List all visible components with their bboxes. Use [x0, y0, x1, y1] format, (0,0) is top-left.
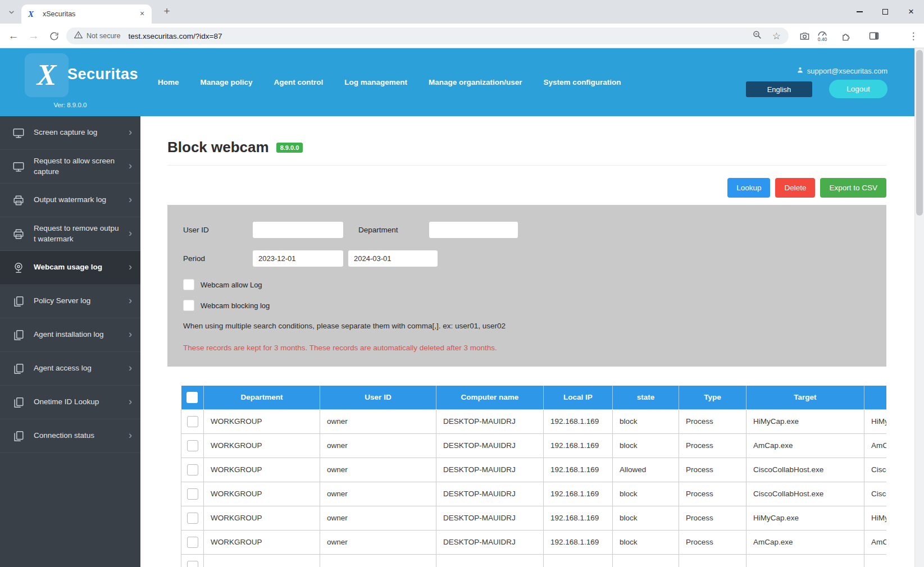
- chevron-right-icon: ›: [129, 194, 132, 205]
- cell-state: Allowed: [613, 458, 679, 482]
- row-checkbox[interactable]: [187, 513, 198, 524]
- maximize-button[interactable]: [872, 0, 898, 24]
- forward-button[interactable]: →: [27, 29, 40, 43]
- logout-button[interactable]: Logout: [829, 80, 887, 98]
- export-csv-button[interactable]: Export to CSV: [820, 178, 886, 198]
- cell-type: [679, 554, 747, 567]
- row-checkbox[interactable]: [187, 561, 198, 567]
- scrollbar-thumb[interactable]: [916, 50, 923, 216]
- cell-user-id: owner: [320, 409, 436, 433]
- nav-item-manage-organization-user[interactable]: Manage organization/user: [418, 78, 533, 86]
- lookup-button[interactable]: Lookup: [727, 178, 770, 198]
- sidebar-item-agent-access-log[interactable]: Agent access log ›: [0, 352, 140, 386]
- camera-extension-icon[interactable]: [798, 31, 811, 42]
- new-tab-button[interactable]: +: [160, 4, 174, 19]
- row-checkbox[interactable]: [187, 440, 198, 451]
- user-id-input[interactable]: [253, 222, 343, 238]
- cell-type: Process: [679, 482, 747, 506]
- webcam-icon: [11, 262, 26, 274]
- brand-logo[interactable]: X Securitas Ver: 8.9.0.0: [0, 48, 140, 116]
- select-all-header-cell: [181, 386, 204, 409]
- not-secure-label[interactable]: Not secure: [87, 32, 120, 40]
- main-area: Block webcam 8.9.0.0 Lookup Delete Expor…: [140, 139, 914, 567]
- main-nav: HomeManage policyAgent controlLog manage…: [147, 48, 632, 116]
- close-button[interactable]: ×: [898, 0, 924, 24]
- tab-search-chevron-icon[interactable]: [6, 6, 17, 17]
- table-row: [181, 554, 887, 567]
- app-version: Ver: 8.9.0.0: [0, 102, 140, 108]
- extensions-puzzle-icon[interactable]: [839, 31, 853, 42]
- period-to-input[interactable]: [348, 250, 438, 267]
- browser-tab-strip: X xSecuritas × + ×: [0, 0, 924, 24]
- table-row: WORKGROUP owner DESKTOP-MAUIDRJ 192.168.…: [181, 506, 887, 530]
- side-panel-icon[interactable]: [867, 30, 881, 42]
- sidebar-item-connection-status[interactable]: Connection status ›: [0, 419, 140, 453]
- nav-item-home[interactable]: Home: [147, 78, 190, 86]
- browser-tab[interactable]: X xSecuritas ×: [21, 4, 152, 24]
- zoom-out-magnifier-icon[interactable]: [752, 30, 762, 42]
- cell-local-ip: 192.168.1.169: [544, 530, 613, 554]
- delete-button[interactable]: Delete: [775, 178, 815, 198]
- nav-item-manage-policy[interactable]: Manage policy: [190, 78, 263, 86]
- tab-title: xSecuritas: [43, 10, 137, 18]
- account-email-link[interactable]: support@xsecuritas.com: [796, 66, 887, 75]
- cell-computer-name: DESKTOP-MAUIDRJ: [436, 409, 544, 433]
- column-header-type: Type: [679, 386, 747, 409]
- period-from-input[interactable]: [253, 250, 343, 267]
- cell-type: Process: [679, 458, 747, 482]
- sidebar-item-onetime-id-lookup[interactable]: Onetime ID Lookup ›: [0, 386, 140, 419]
- printer-icon: [11, 194, 26, 207]
- log-table: DepartmentUser IDComputer nameLocal IPst…: [181, 386, 886, 567]
- cell-type: Process: [679, 530, 747, 554]
- webcam-allow-label: Webcam allow Log: [201, 281, 262, 289]
- cell-target-clipped: AmCa: [864, 433, 887, 458]
- reload-button[interactable]: [47, 29, 61, 43]
- back-button[interactable]: ←: [7, 29, 20, 43]
- sidebar-item-agent-installation-log[interactable]: Agent installation log ›: [0, 318, 140, 352]
- sidebar-item-webcam-usage-log[interactable]: Webcam usage log ›: [0, 251, 140, 285]
- browser-menu-dots-icon[interactable]: ⋮: [907, 30, 920, 42]
- pages-icon: [11, 396, 26, 409]
- webcam-allow-checkbox[interactable]: [183, 279, 194, 290]
- webcam-blocking-label: Webcam blocking log: [201, 301, 270, 310]
- select-all-checkbox[interactable]: [186, 392, 198, 403]
- cell-target-clipped: [864, 554, 887, 567]
- cell-department: WORKGROUP: [204, 433, 320, 458]
- sidebar-item-screen-capture-log[interactable]: Screen capture log ›: [0, 116, 140, 150]
- cell-target: [747, 554, 864, 567]
- row-checkbox[interactable]: [187, 488, 198, 500]
- language-button[interactable]: English: [746, 81, 812, 97]
- pages-icon: [11, 295, 26, 308]
- chevron-right-icon: ›: [129, 227, 132, 239]
- nav-item-agent-control[interactable]: Agent control: [263, 78, 334, 86]
- minimize-button[interactable]: [846, 0, 872, 24]
- cell-department: WORKGROUP: [204, 506, 320, 530]
- url-text[interactable]: test.xsecuritas.com/?idx=87: [128, 32, 222, 40]
- bookmark-star-icon[interactable]: ☆: [772, 30, 781, 42]
- cell-local-ip: 192.168.1.169: [544, 506, 613, 530]
- webcam-blocking-checkbox[interactable]: [183, 300, 194, 311]
- row-checkbox[interactable]: [187, 464, 198, 475]
- cell-local-ip: 192.168.1.169: [544, 458, 613, 482]
- gauge-extension-icon[interactable]: 0.40: [816, 30, 829, 42]
- cell-user-id: owner: [320, 458, 436, 482]
- account-email: support@xsecuritas.com: [807, 67, 887, 75]
- cell-target-clipped: Cisco: [864, 482, 887, 506]
- nav-item-log-management[interactable]: Log management: [334, 78, 418, 86]
- sidebar-item-request-to-allow-screen-capture[interactable]: Request to allow screen capture ›: [0, 150, 140, 184]
- sidebar-item-request-to-remove-outpu-t-watermark[interactable]: Request to remove outpu t watermark ›: [0, 217, 140, 251]
- department-input[interactable]: [429, 222, 518, 238]
- address-bar[interactable]: Not secure test.xsecuritas.com/?idx=87 ☆: [66, 28, 789, 44]
- cell-computer-name: DESKTOP-MAUIDRJ: [436, 530, 544, 554]
- nav-item-system-configuration[interactable]: System configuration: [533, 78, 632, 86]
- sidebar-item-output-watermark-log[interactable]: Output watermark log ›: [0, 184, 140, 217]
- row-checkbox[interactable]: [187, 537, 198, 548]
- cell-target-clipped: HiMyC: [864, 506, 887, 530]
- row-checkbox[interactable]: [187, 416, 198, 427]
- gauge-badge: 0.40: [818, 37, 827, 42]
- column-header-computer-name: Computer name: [436, 386, 544, 409]
- sidebar-item-policy-server-log[interactable]: Policy Server log ›: [0, 285, 140, 318]
- cell-type: Process: [679, 409, 747, 433]
- vertical-scrollbar[interactable]: [914, 48, 924, 567]
- tab-close-icon[interactable]: ×: [137, 9, 147, 19]
